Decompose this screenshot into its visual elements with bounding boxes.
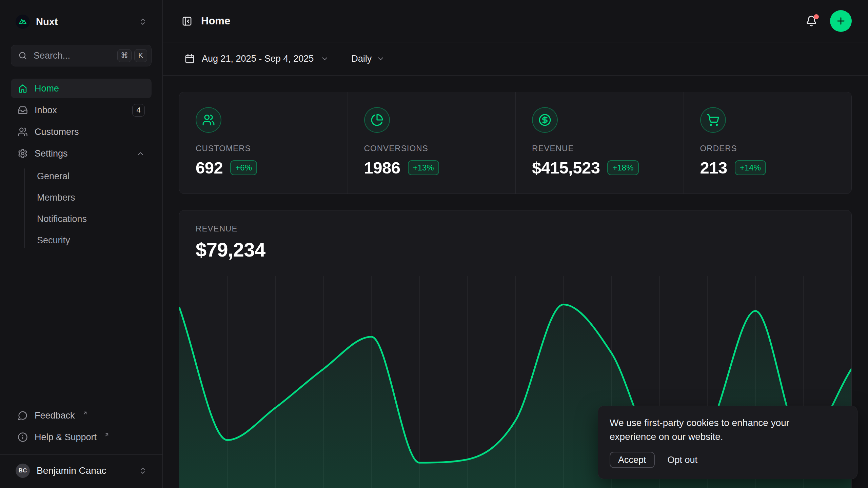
stat-delta-badge: +6% (230, 160, 257, 175)
stat-label: CONVERSIONS (364, 144, 499, 153)
stats-cards: CUSTOMERS 692 +6% CONVERSIONS 1986 +13% … (179, 92, 852, 194)
cookie-message: We use first-party cookies to enhance yo… (610, 416, 823, 444)
sidebar-item-customers[interactable]: Customers (11, 122, 152, 142)
search-placeholder: Search... (34, 50, 111, 61)
sidebar-subnav: GeneralMembersNotificationsSecurity (11, 166, 152, 250)
chevron-down-icon (376, 55, 385, 63)
kbd-cmd: ⌘ (117, 49, 132, 62)
chevrons-up-down-icon (139, 467, 147, 475)
header-actions (806, 10, 852, 32)
sidebar-item-help-support[interactable]: Help & Support (11, 427, 152, 447)
plus-icon (835, 16, 846, 26)
sidebar-item-label: Help & Support (35, 432, 97, 443)
sidebar: Nuxt Search... ⌘ K HomeInbox4CustomersSe… (0, 0, 163, 488)
sidebar-footer: FeedbackHelp & Support BC Benjamin Canac (11, 406, 152, 488)
stat-value: 1986 (364, 158, 400, 177)
sidebar-subitem-label: Members (37, 192, 75, 203)
kbd-k: K (134, 49, 147, 62)
sidebar-subitem-security[interactable]: Security (36, 230, 152, 250)
filters-toolbar: Aug 21, 2025 - Sep 4, 2025 Daily (163, 42, 868, 76)
sidebar-item-label: Settings (35, 148, 68, 159)
users-icon (196, 107, 221, 133)
cookie-actions: Accept Opt out (610, 452, 846, 468)
team-selector[interactable]: Nuxt (11, 12, 152, 31)
chevron-up-icon (136, 149, 145, 158)
chevrons-up-down-icon (139, 18, 147, 26)
sidebar-footer-nav: FeedbackHelp & Support (11, 406, 152, 454)
stat-value: 213 (700, 158, 727, 177)
revenue-chart-label: REVENUE (196, 224, 835, 233)
stat-label: REVENUE (532, 144, 667, 153)
settings-icon (18, 148, 28, 159)
dollar-icon (532, 107, 558, 133)
stat-label: ORDERS (700, 144, 835, 153)
stat-value: 692 (196, 158, 223, 177)
sidebar-item-feedback[interactable]: Feedback (11, 406, 152, 425)
stat-delta-badge: +18% (607, 160, 638, 175)
sidebar-subitem-notifications[interactable]: Notifications (36, 209, 152, 229)
page-title: Home (201, 15, 230, 27)
optout-cookies-button[interactable]: Opt out (668, 455, 698, 465)
revenue-chart-value: $79,234 (196, 238, 835, 261)
sidebar-item-label: Customers (35, 127, 79, 137)
user-name: Benjamin Canac (37, 465, 106, 476)
nuxt-logo-icon (16, 15, 30, 29)
accept-cookies-button[interactable]: Accept (610, 452, 655, 468)
sidebar-item-home[interactable]: Home (11, 79, 152, 98)
sidebar-subitem-members[interactable]: Members (36, 188, 152, 207)
panel-left-close-icon (182, 16, 192, 26)
external-link-icon (82, 410, 88, 416)
home-icon (18, 83, 28, 94)
search-kbd-hints: ⌘ K (117, 49, 147, 62)
stat-card-orders: ORDERS 213 +14% (684, 92, 852, 194)
stat-card-revenue: REVENUE $415,523 +18% (515, 92, 684, 194)
sidebar-item-inbox[interactable]: Inbox4 (11, 100, 152, 120)
sidebar-item-settings[interactable]: Settings (11, 144, 152, 163)
sidebar-item-label: Feedback (35, 410, 75, 421)
add-button[interactable] (830, 10, 852, 32)
inbox-icon (18, 105, 28, 115)
stat-card-customers: CUSTOMERS 692 +6% (179, 92, 348, 194)
team-name: Nuxt (36, 16, 58, 27)
stat-label: CUSTOMERS (196, 144, 331, 153)
users-icon (18, 127, 28, 137)
search-input[interactable]: Search... ⌘ K (11, 45, 152, 66)
cart-icon (700, 107, 726, 133)
stat-delta-badge: +13% (408, 160, 439, 175)
sidebar-subitem-label: Security (37, 235, 70, 246)
granularity-value: Daily (351, 54, 372, 64)
dashboard-page: { "accent": "#00dc82", "sidebar": { "tea… (0, 0, 868, 488)
info-icon (18, 432, 28, 442)
sidebar-item-label: Home (35, 83, 59, 94)
cookie-banner: We use first-party cookies to enhance yo… (598, 406, 857, 479)
stat-card-conversions: CONVERSIONS 1986 +13% (348, 92, 516, 194)
user-menu[interactable]: BC Benjamin Canac (11, 455, 152, 488)
sidebar-collapse-button[interactable] (182, 16, 192, 26)
unread-dot (814, 14, 819, 19)
sidebar-nav: HomeInbox4CustomersSettingsGeneralMember… (11, 79, 152, 250)
date-range-value: Aug 21, 2025 - Sep 4, 2025 (202, 54, 314, 64)
avatar: BC (16, 464, 30, 478)
stat-delta-badge: +14% (735, 160, 766, 175)
notifications-button[interactable] (806, 15, 817, 27)
page-header: Home (163, 0, 868, 42)
sidebar-subitem-label: General (37, 171, 70, 182)
revenue-chart-header: REVENUE $79,234 (179, 210, 851, 276)
external-link-icon (104, 432, 110, 438)
stat-value: $415,523 (532, 158, 600, 177)
date-range-picker[interactable]: Aug 21, 2025 - Sep 4, 2025 (184, 54, 329, 64)
sidebar-subitem-general[interactable]: General (36, 166, 152, 186)
pie-icon (364, 107, 390, 133)
message-icon (18, 410, 28, 421)
sidebar-item-label: Inbox (35, 105, 57, 116)
inbox-count-badge: 4 (132, 104, 145, 117)
calendar-icon (184, 54, 195, 64)
granularity-select[interactable]: Daily (351, 54, 385, 64)
chevron-down-icon (320, 55, 329, 63)
sidebar-subitem-label: Notifications (37, 214, 87, 224)
search-icon (18, 51, 27, 60)
